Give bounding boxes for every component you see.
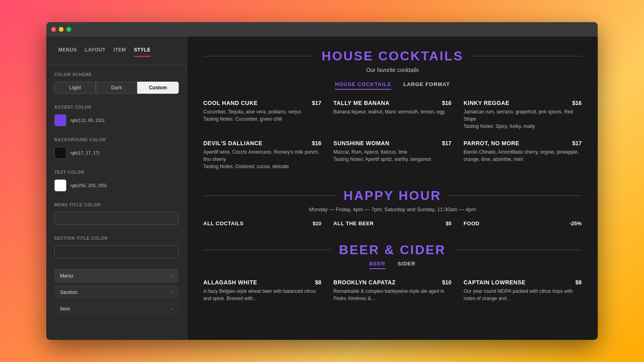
section-title-color-section: SECTION TITLE COLOR — [46, 229, 187, 262]
beer-cider-section: BEER & CIDER BEER SIDER ALLAGASH WHITE $… — [203, 243, 582, 304]
item-price: $17 — [442, 140, 451, 146]
title-line-left — [203, 195, 336, 196]
list-item: CAPTAIN LOWRENSE $8 Our year round NEIPA… — [464, 279, 582, 302]
item-name: PARROT, NO MORE — [464, 140, 520, 146]
list-item: ALL COCTAILS $10 — [203, 220, 321, 226]
tab-item[interactable]: ITEM — [109, 45, 130, 57]
tree-item-section[interactable]: Section › — [54, 285, 179, 299]
title-line-left — [203, 250, 331, 250]
happy-hour-subtitle: Monday — Friday, 4pm — 7pm; Saturday and… — [203, 206, 582, 212]
beer-cider-title: BEER & CIDER — [331, 243, 454, 257]
list-item: TALLY ME BANANA $16 Banana liqueur, waln… — [333, 100, 451, 130]
chevron-right-icon: › — [171, 290, 173, 295]
title-line-left — [203, 56, 314, 56]
item-header: BROOKLYN CAPATAZ $10 — [333, 279, 451, 286]
house-cocktails-tabs: HOUSE COCKTAILS LARGE FORMAT — [203, 81, 582, 90]
item-desc: Our year round NEIPA packed with citrus … — [464, 288, 582, 302]
accent-color-row: rgb(112, 65, 231) — [54, 114, 179, 126]
item-name: CAPTAIN LOWRENSE — [464, 279, 526, 286]
scheme-light-button[interactable]: Light — [54, 82, 96, 94]
text-color-swatch[interactable] — [54, 179, 66, 191]
accent-color-value: rgb(112, 65, 231) — [70, 118, 104, 123]
item-desc: Mezcal, Rum, Aperol, Italicus, limeTasti… — [333, 148, 451, 163]
tree-item-menu[interactable]: Menu › — [54, 269, 179, 283]
item-price: $8 — [315, 279, 322, 286]
text-color-section: TEXT COLOR rgb(255, 255, 255) — [46, 163, 187, 195]
sidebar-tree: Menu › Section › Item › — [46, 262, 187, 316]
maximize-button[interactable] — [66, 27, 71, 32]
title-line-right — [449, 195, 582, 196]
text-color-label: TEXT COLOR — [54, 170, 179, 175]
background-color-label: BACKGROUND COLOR — [54, 138, 179, 142]
item-price: $10 — [313, 220, 322, 226]
tab-sider[interactable]: SIDER — [398, 261, 416, 269]
tab-beer[interactable]: BEER — [369, 261, 386, 269]
accent-color-section: ACCENT COLOR rgb(112, 65, 231) — [46, 98, 187, 130]
item-desc: Remarkable & complex barleywine-style al… — [333, 288, 451, 302]
sidebar-nav: MENUS LAYOUT ITEM STYLE — [46, 45, 187, 65]
list-item: SUNSHINE WOMAN $17 Mezcal, Rum, Aperol, … — [333, 140, 451, 170]
happy-hour-section: HAPPY HOUR Monday — Friday, 4pm — 7pm; S… — [203, 188, 582, 226]
scheme-dark-button[interactable]: Dark — [96, 82, 137, 94]
section-title-color-block[interactable] — [54, 245, 179, 258]
menu-title-color-block[interactable] — [54, 212, 179, 225]
list-item: BROOKLYN CAPATAZ $10 Remarkable & comple… — [333, 279, 451, 302]
list-item: PARROT, NO MORE $17 Barolo Chinato, Amon… — [464, 140, 582, 170]
accent-color-swatch[interactable] — [54, 114, 66, 126]
traffic-lights — [51, 27, 71, 32]
house-cocktails-section: HOUSE COCKTAILS Our favorite cocktails H… — [203, 49, 582, 172]
list-item: ALL THE BEER $5 — [333, 220, 451, 226]
tab-large-format[interactable]: LARGE FORMAT — [403, 81, 450, 90]
item-name: COOL HAND CUKE — [203, 100, 258, 106]
house-cocktails-grid: COOL HAND CUKE $17 Cucumber, Tequila, al… — [203, 100, 582, 172]
title-line-right — [454, 250, 582, 250]
house-cocktails-title-row: HOUSE COCKTAILS — [203, 49, 582, 64]
color-scheme-buttons: Light Dark Custom — [54, 82, 179, 94]
color-scheme-section: COLOR SCHEME Light Dark Custom — [46, 65, 187, 98]
background-color-row: rgb(17, 17, 17) — [54, 147, 179, 159]
app-window: MENUS LAYOUT ITEM STYLE COLOR SCHEME Lig… — [46, 22, 598, 340]
chevron-right-icon: › — [171, 273, 173, 279]
item-name: TALLY ME BANANA — [333, 100, 389, 106]
titlebar — [46, 22, 598, 37]
item-price: $17 — [312, 100, 321, 106]
close-button[interactable] — [51, 27, 56, 32]
item-desc: Banana liqueur, walnut, blanc vermouth, … — [333, 108, 451, 115]
menu-title-color-label: MENU TITLE COLOR — [54, 203, 179, 207]
item-name: BROOKLYN CAPATAZ — [333, 279, 395, 286]
background-color-swatch[interactable] — [54, 147, 66, 159]
sidebar: MENUS LAYOUT ITEM STYLE COLOR SCHEME Lig… — [46, 37, 187, 340]
beer-cider-title-row: BEER & CIDER — [203, 243, 582, 257]
scheme-custom-button[interactable]: Custom — [137, 82, 179, 94]
item-header: SUNSHINE WOMAN $17 — [333, 140, 451, 146]
beer-cider-grid: ALLAGASH WHITE $8 A hazy Belgian-style w… — [203, 279, 582, 304]
background-color-value: rgb(17, 17, 17) — [70, 150, 99, 155]
minimize-button[interactable] — [59, 27, 64, 32]
list-item: KINKY REGGAE $16 Jamaican rum, serrano, … — [464, 100, 582, 130]
tab-layout[interactable]: LAYOUT — [81, 45, 109, 57]
item-header: ALLAGASH WHITE $8 — [203, 279, 321, 286]
color-scheme-label: COLOR SCHEME — [54, 72, 179, 77]
tree-item-menu-label: Menu — [60, 273, 73, 279]
tab-menus[interactable]: MENUS — [54, 45, 81, 57]
item-header: CAPTAIN LOWRENSE $8 — [464, 279, 582, 286]
item-desc: Aperitif wine, Cocchi Americano, Rockey'… — [203, 148, 321, 170]
house-cocktails-title: HOUSE COCKTAILS — [314, 49, 471, 64]
item-desc: Cucumber, Tequila, aloe vera, poblano, v… — [203, 108, 321, 123]
tab-house-cocktails[interactable]: HOUSE COCKTAILS — [335, 81, 391, 90]
item-name: KINKY REGGAE — [464, 100, 510, 106]
list-item: ALLAGASH WHITE $8 A hazy Belgian-style w… — [203, 279, 321, 302]
chevron-right-icon: › — [171, 306, 173, 312]
item-name: ALL THE BEER — [333, 220, 374, 226]
item-header: TALLY ME BANANA $16 — [333, 100, 451, 106]
text-color-row: rgb(255, 255, 255) — [54, 179, 179, 191]
item-name: DEVIL'S DALLIANCE — [203, 140, 262, 146]
item-name: SUNSHINE WOMAN — [333, 140, 389, 146]
menu-title-color-section: MENU TITLE COLOR — [46, 195, 187, 229]
tree-item-item[interactable]: Item › — [54, 302, 179, 316]
text-color-value: rgb(255, 255, 255) — [70, 183, 107, 188]
tab-style[interactable]: STYLE — [130, 45, 155, 57]
item-price: $10 — [442, 279, 451, 286]
item-price: $16 — [312, 140, 321, 146]
happy-hour-title: HAPPY HOUR — [336, 188, 450, 203]
